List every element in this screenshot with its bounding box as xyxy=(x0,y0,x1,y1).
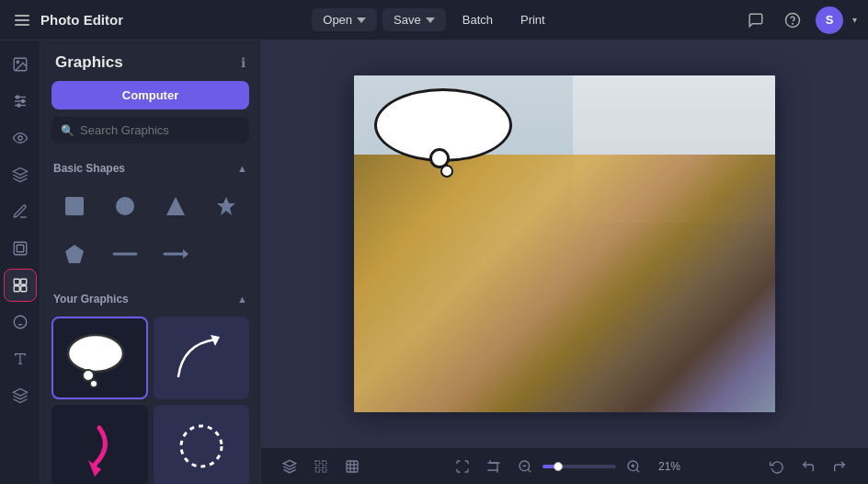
avatar-chevron-icon[interactable]: ▾ xyxy=(852,15,857,25)
svg-rect-37 xyxy=(315,467,320,472)
chat-icon[interactable] xyxy=(742,6,770,34)
svg-rect-38 xyxy=(322,467,326,472)
sidebar-item-layers[interactable] xyxy=(4,379,37,412)
svg-marker-23 xyxy=(217,197,235,215)
shape-square[interactable] xyxy=(53,186,97,226)
layers-button[interactable] xyxy=(276,453,303,480)
svg-point-21 xyxy=(116,197,134,215)
svg-point-17 xyxy=(14,316,27,328)
app-title: Photo Editor xyxy=(40,12,123,28)
svg-point-3 xyxy=(17,61,18,63)
svg-line-48 xyxy=(636,469,639,472)
sidebar-item-adjustments[interactable] xyxy=(4,85,37,118)
toolbar-right-group xyxy=(763,453,853,480)
graphic-pink-arrow[interactable] xyxy=(51,405,148,484)
toolbar-left-group xyxy=(276,453,366,480)
menu-icon[interactable] xyxy=(11,11,33,29)
canvas-area[interactable] xyxy=(261,40,868,447)
open-button[interactable]: Open xyxy=(312,8,377,31)
zoom-out-button[interactable] xyxy=(511,453,539,480)
rotate-button[interactable] xyxy=(763,453,791,480)
svg-marker-27 xyxy=(183,249,188,259)
computer-button[interactable]: Computer xyxy=(51,81,249,109)
header-center: Open Save Batch Print xyxy=(312,8,555,31)
svg-marker-24 xyxy=(65,245,84,263)
basic-shapes-chevron-icon[interactable]: ▲ xyxy=(237,163,247,174)
shape-triangle[interactable] xyxy=(154,186,198,226)
svg-point-7 xyxy=(16,96,18,98)
sidebar-controls: Computer 🔍 xyxy=(40,81,260,155)
save-button[interactable]: Save xyxy=(383,8,446,31)
header: Photo Editor Open Save Batch Print S ▾ xyxy=(0,0,868,40)
crop-button[interactable] xyxy=(480,453,508,480)
sidebar-header: Graphics ℹ xyxy=(40,40,260,81)
svg-point-10 xyxy=(17,136,22,141)
sidebar-item-graphics[interactable] xyxy=(4,269,37,302)
shape-star[interactable] xyxy=(204,186,247,226)
bottom-toolbar: 21% xyxy=(261,447,868,484)
thought-bubble-dot2 xyxy=(440,165,453,178)
svg-rect-20 xyxy=(65,197,84,215)
fit-button[interactable] xyxy=(449,453,476,480)
thought-bubble xyxy=(374,88,521,176)
avatar[interactable]: S xyxy=(816,6,843,34)
svg-rect-35 xyxy=(315,461,320,466)
subjects-area xyxy=(354,155,775,412)
basic-shapes-label: Basic Shapes xyxy=(53,162,125,175)
sidebar-item-frames[interactable] xyxy=(4,232,37,265)
graphic-curve-arrow[interactable] xyxy=(154,317,250,399)
sidebar-item-masks[interactable] xyxy=(4,305,37,339)
shape-arrow[interactable] xyxy=(154,234,198,274)
graphics-grid xyxy=(40,313,260,484)
shapes-grid xyxy=(40,182,260,285)
help-icon[interactable] xyxy=(779,6,806,34)
sidebar-panel: Graphics ℹ Computer 🔍 Basic Shapes ▲ xyxy=(40,40,261,484)
graphic-dotted-circle[interactable] xyxy=(154,405,250,484)
sidebar-item-retouch[interactable] xyxy=(4,195,37,228)
sidebar-item-view[interactable] xyxy=(4,121,37,155)
toolbar-center-group: 21% xyxy=(449,453,680,480)
search-box: 🔍 xyxy=(51,117,249,144)
batch-button[interactable]: Batch xyxy=(451,8,504,31)
info-icon[interactable]: ℹ xyxy=(241,55,246,70)
redo-button[interactable] xyxy=(826,453,853,480)
icon-bar xyxy=(0,40,40,484)
svg-rect-11 xyxy=(14,242,27,255)
select-button[interactable] xyxy=(307,453,335,480)
svg-rect-15 xyxy=(14,286,19,292)
svg-point-1 xyxy=(793,23,794,24)
your-graphics-chevron-icon[interactable]: ▲ xyxy=(237,294,247,305)
sidebar-item-effects[interactable] xyxy=(4,158,37,191)
svg-rect-13 xyxy=(14,279,19,284)
svg-point-8 xyxy=(21,100,24,103)
svg-marker-22 xyxy=(166,197,185,215)
basic-shapes-header: Basic Shapes ▲ xyxy=(40,155,260,182)
main-area: 21% xyxy=(261,40,868,484)
your-graphics-header: Your Graphics ▲ xyxy=(40,285,260,313)
zoom-slider[interactable] xyxy=(542,465,616,468)
svg-point-29 xyxy=(83,370,94,381)
svg-point-9 xyxy=(17,104,20,107)
zoom-in-button[interactable] xyxy=(620,453,647,480)
body: Graphics ℹ Computer 🔍 Basic Shapes ▲ xyxy=(0,40,868,484)
print-button[interactable]: Print xyxy=(509,8,556,31)
sidebar-item-photos[interactable] xyxy=(4,48,37,81)
svg-rect-12 xyxy=(17,245,24,252)
svg-rect-39 xyxy=(347,461,358,472)
sidebar-title: Graphics xyxy=(55,53,123,72)
shape-line[interactable] xyxy=(104,234,147,274)
grid-button[interactable] xyxy=(338,453,366,480)
graphic-thought-bubble[interactable] xyxy=(51,317,148,399)
zoom-slider-thumb xyxy=(554,462,563,471)
svg-point-28 xyxy=(68,335,123,372)
shape-pentagon[interactable] xyxy=(53,234,97,274)
svg-rect-36 xyxy=(322,461,326,466)
search-input[interactable] xyxy=(80,123,240,137)
shape-circle[interactable] xyxy=(104,186,147,226)
sidebar-item-text[interactable] xyxy=(4,342,37,375)
svg-point-33 xyxy=(181,426,222,467)
header-left: Photo Editor xyxy=(11,11,312,29)
search-icon: 🔍 xyxy=(61,124,74,137)
undo-button[interactable] xyxy=(794,453,822,480)
svg-point-30 xyxy=(90,380,97,387)
